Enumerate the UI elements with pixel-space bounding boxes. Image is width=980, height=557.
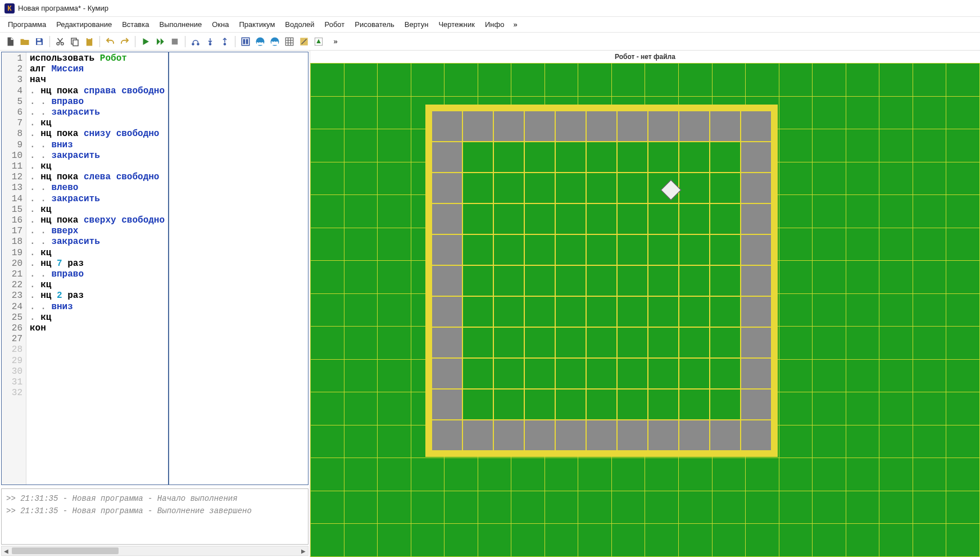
cell-7-8[interactable] bbox=[679, 327, 710, 358]
redo-icon[interactable] bbox=[118, 35, 131, 48]
menu-Вставка[interactable]: Вставка bbox=[117, 18, 153, 31]
cell-9-0[interactable] bbox=[432, 389, 462, 420]
cell-8-5[interactable] bbox=[586, 358, 617, 389]
cell-4-10[interactable] bbox=[741, 234, 772, 265]
cell-7-6[interactable] bbox=[617, 327, 648, 358]
new-file-icon[interactable] bbox=[3, 35, 17, 48]
cell-10-3[interactable] bbox=[524, 420, 555, 451]
cell-8-10[interactable] bbox=[741, 358, 772, 389]
menu-Окна[interactable]: Окна bbox=[207, 18, 233, 31]
cell-8-0[interactable] bbox=[432, 358, 462, 389]
cell-3-2[interactable] bbox=[493, 203, 524, 234]
save-icon[interactable] bbox=[33, 35, 46, 48]
actor-grid-icon[interactable] bbox=[283, 35, 296, 48]
cell-0-4[interactable] bbox=[555, 111, 586, 142]
cell-0-10[interactable] bbox=[741, 111, 772, 142]
cell-0-5[interactable] bbox=[586, 111, 617, 142]
cell-9-10[interactable] bbox=[741, 389, 772, 420]
cell-10-0[interactable] bbox=[432, 420, 462, 451]
cell-7-1[interactable] bbox=[462, 327, 493, 358]
stop-icon[interactable] bbox=[168, 35, 182, 48]
menu-Чертежник[interactable]: Чертежник bbox=[434, 18, 479, 31]
cell-8-9[interactable] bbox=[710, 358, 741, 389]
cell-4-7[interactable] bbox=[648, 234, 679, 265]
menu-more-icon[interactable]: » bbox=[510, 18, 520, 31]
cell-6-8[interactable] bbox=[679, 296, 710, 327]
cell-3-1[interactable] bbox=[462, 203, 493, 234]
cell-5-9[interactable] bbox=[710, 265, 741, 296]
cell-4-3[interactable] bbox=[524, 234, 555, 265]
cell-1-8[interactable] bbox=[679, 142, 710, 173]
cell-1-4[interactable] bbox=[555, 142, 586, 173]
scroll-right-icon[interactable]: ▶ bbox=[299, 548, 308, 554]
cell-3-8[interactable] bbox=[679, 203, 710, 234]
cell-6-0[interactable] bbox=[432, 296, 462, 327]
scroll-left-icon[interactable]: ◀ bbox=[2, 548, 11, 554]
cell-2-10[interactable] bbox=[741, 173, 772, 203]
cell-9-2[interactable] bbox=[493, 389, 524, 420]
actor-2-icon[interactable] bbox=[253, 35, 267, 48]
menu-Водолей[interactable]: Водолей bbox=[280, 18, 319, 31]
cell-0-1[interactable] bbox=[462, 111, 493, 142]
cell-7-10[interactable] bbox=[741, 327, 772, 358]
cell-4-5[interactable] bbox=[586, 234, 617, 265]
cut-icon[interactable] bbox=[53, 35, 67, 48]
menu-Инфо[interactable]: Инфо bbox=[480, 18, 509, 31]
cell-2-6[interactable] bbox=[617, 173, 648, 203]
cell-7-3[interactable] bbox=[524, 327, 555, 358]
cell-7-9[interactable] bbox=[710, 327, 741, 358]
cell-8-8[interactable] bbox=[679, 358, 710, 389]
robot-field[interactable] bbox=[310, 63, 980, 557]
cell-5-5[interactable] bbox=[586, 265, 617, 296]
cell-6-10[interactable] bbox=[741, 296, 772, 327]
menu-Редактирование[interactable]: Редактирование bbox=[52, 18, 116, 31]
cell-0-2[interactable] bbox=[493, 111, 524, 142]
cell-1-3[interactable] bbox=[524, 142, 555, 173]
cell-9-5[interactable] bbox=[586, 389, 617, 420]
cell-2-8[interactable] bbox=[679, 173, 710, 203]
cell-9-9[interactable] bbox=[710, 389, 741, 420]
cell-10-8[interactable] bbox=[679, 420, 710, 451]
run-icon[interactable] bbox=[139, 35, 152, 48]
cell-3-5[interactable] bbox=[586, 203, 617, 234]
cell-1-7[interactable] bbox=[648, 142, 679, 173]
cell-2-4[interactable] bbox=[555, 173, 586, 203]
cell-8-1[interactable] bbox=[462, 358, 493, 389]
cell-4-9[interactable] bbox=[710, 234, 741, 265]
menu-Вертун[interactable]: Вертун bbox=[400, 18, 433, 31]
cell-2-9[interactable] bbox=[710, 173, 741, 203]
cell-2-2[interactable] bbox=[493, 173, 524, 203]
cell-9-3[interactable] bbox=[524, 389, 555, 420]
cell-5-7[interactable] bbox=[648, 265, 679, 296]
step-into-icon[interactable] bbox=[203, 35, 217, 48]
cell-6-4[interactable] bbox=[555, 296, 586, 327]
open-file-icon[interactable] bbox=[18, 35, 31, 48]
cell-0-0[interactable] bbox=[432, 111, 462, 142]
menu-Программа[interactable]: Программа bbox=[3, 18, 51, 31]
cell-3-7[interactable] bbox=[648, 203, 679, 234]
cell-8-7[interactable] bbox=[648, 358, 679, 389]
cell-10-7[interactable] bbox=[648, 420, 679, 451]
cell-10-9[interactable] bbox=[710, 420, 741, 451]
menu-Выполнение[interactable]: Выполнение bbox=[155, 18, 206, 31]
cell-2-3[interactable] bbox=[524, 173, 555, 203]
cell-2-1[interactable] bbox=[462, 173, 493, 203]
cell-7-0[interactable] bbox=[432, 327, 462, 358]
menu-Рисователь[interactable]: Рисователь bbox=[350, 18, 398, 31]
horizontal-scrollbar[interactable]: ◀ ▶ bbox=[1, 546, 308, 556]
cell-5-0[interactable] bbox=[432, 265, 462, 296]
cell-7-5[interactable] bbox=[586, 327, 617, 358]
cell-4-2[interactable] bbox=[493, 234, 524, 265]
cell-0-6[interactable] bbox=[617, 111, 648, 142]
cell-3-10[interactable] bbox=[741, 203, 772, 234]
toolbar-more-icon[interactable]: » bbox=[329, 35, 342, 48]
cell-4-8[interactable] bbox=[679, 234, 710, 265]
cell-2-5[interactable] bbox=[586, 173, 617, 203]
cell-1-2[interactable] bbox=[493, 142, 524, 173]
cell-1-9[interactable] bbox=[710, 142, 741, 173]
cell-9-6[interactable] bbox=[617, 389, 648, 420]
code-editor[interactable]: 1234567891011121314151617181920212223242… bbox=[1, 52, 308, 485]
cell-1-1[interactable] bbox=[462, 142, 493, 173]
cell-5-6[interactable] bbox=[617, 265, 648, 296]
cell-3-9[interactable] bbox=[710, 203, 741, 234]
